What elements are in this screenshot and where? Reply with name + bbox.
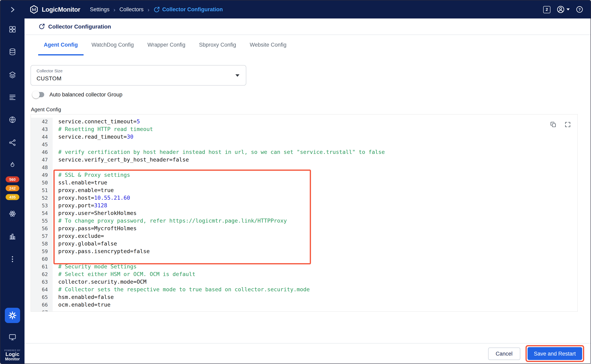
- notifications-icon[interactable]: 2: [543, 6, 550, 13]
- sidebar-expand-icon[interactable]: [8, 6, 16, 14]
- code-line[interactable]: 65hsm.enabled=false: [31, 293, 577, 301]
- code-line[interactable]: 50ssl.enable=true: [31, 179, 577, 186]
- settings-icon[interactable]: [5, 308, 20, 323]
- code-line[interactable]: 56proxy.pass=MycroftHolmes: [31, 225, 577, 232]
- code-line[interactable]: 44service.read_timeout=30: [31, 133, 577, 141]
- tab-wrapper-config[interactable]: Wrapper Config: [142, 35, 191, 55]
- reports-icon[interactable]: [8, 232, 16, 240]
- code-line[interactable]: 55# To change proxy password, refer http…: [31, 217, 577, 225]
- line-number: 53: [31, 202, 53, 209]
- tab-sbproxy-config[interactable]: Sbproxy Config: [194, 35, 242, 55]
- code-text[interactable]: proxy.host=10.55.21.60: [53, 194, 130, 202]
- tab-watchdog-config[interactable]: WatchDog Config: [86, 35, 139, 55]
- code-text[interactable]: [53, 255, 58, 263]
- modules-icon[interactable]: [8, 25, 16, 33]
- tab-website-config[interactable]: Website Config: [244, 35, 292, 55]
- resources-icon[interactable]: [8, 48, 16, 56]
- code-line[interactable]: 60: [31, 255, 577, 263]
- code-line[interactable]: 62# Select either HSM or OCM. OCM is def…: [31, 270, 577, 278]
- code-line[interactable]: 48: [31, 163, 577, 171]
- code-text[interactable]: # Select either HSM or OCM. OCM is defau…: [53, 270, 195, 278]
- breadcrumb-separator-icon: ›: [113, 6, 115, 13]
- code-text[interactable]: # verify certification by host header in…: [53, 148, 385, 156]
- code-text[interactable]: proxy.exclude=: [53, 232, 104, 240]
- code-line[interactable]: 54proxy.user=SherlokHolmes: [31, 209, 577, 217]
- code-text[interactable]: service.connect_timeout=5: [53, 118, 140, 125]
- code-text[interactable]: # Security mode Settings: [53, 263, 136, 270]
- code-line[interactable]: 43# Resetting HTTP read timeout: [31, 125, 577, 133]
- more-icon[interactable]: [8, 255, 16, 263]
- code-text[interactable]: proxy.enable=true: [53, 186, 114, 194]
- code-text[interactable]: hsm.enabled=false: [53, 293, 114, 301]
- code-line[interactable]: 58proxy.global=false: [31, 240, 577, 247]
- dashboards-icon[interactable]: [8, 71, 16, 79]
- code-line[interactable]: 47service.verify_cert_by_host_header=fal…: [31, 156, 577, 163]
- breadcrumb: Settings › Collectors › Collector Config…: [90, 6, 223, 13]
- breadcrumb-collector-configuration[interactable]: Collector Configuration: [154, 6, 223, 13]
- cancel-button[interactable]: Cancel: [488, 347, 520, 360]
- breadcrumb-settings[interactable]: Settings: [90, 6, 110, 13]
- action-footer: Cancel Save and Restart: [25, 343, 591, 364]
- code-text[interactable]: ssl.enable=true: [53, 179, 107, 186]
- code-text[interactable]: [53, 141, 58, 148]
- code-text[interactable]: # To change proxy password, refer https:…: [53, 217, 287, 225]
- agent-config-editor[interactable]: 42service.connect_timeout=543# Resetting…: [31, 114, 578, 312]
- code-text[interactable]: collector.security.mode=OCM: [53, 278, 146, 286]
- auto-balanced-toggle-label: Auto balanced collector Group: [49, 92, 122, 98]
- code-line[interactable]: 51proxy.enable=true: [31, 186, 577, 194]
- mapping-icon[interactable]: [8, 139, 16, 147]
- auto-balanced-toggle[interactable]: [33, 92, 44, 97]
- code-line[interactable]: 63collector.security.mode=OCM: [31, 278, 577, 286]
- line-number: 54: [31, 209, 53, 217]
- code-text[interactable]: [53, 163, 58, 171]
- code-line[interactable]: 52proxy.host=10.55.21.60: [31, 194, 577, 202]
- logicmonitor-logo[interactable]: LogicMonitor: [29, 5, 80, 14]
- code-line[interactable]: 49# SSL & Proxy settings: [31, 171, 577, 179]
- code-text[interactable]: service.verify_cert_by_host_header=false: [53, 156, 189, 163]
- collector-size-value: CUSTOM: [37, 75, 61, 82]
- line-number: 67: [31, 309, 53, 312]
- help-icon[interactable]: ?: [576, 6, 583, 13]
- code-line[interactable]: 46# verify certification by host header …: [31, 148, 577, 156]
- code-text[interactable]: proxy.port=3128: [53, 202, 107, 209]
- breadcrumb-collectors[interactable]: Collectors: [119, 6, 143, 13]
- remote-session-icon[interactable]: [8, 333, 16, 341]
- tab-agent-config[interactable]: Agent Config: [38, 35, 83, 55]
- code-line[interactable]: 66ocm.enabled=true: [31, 301, 577, 309]
- code-line[interactable]: 53proxy.port=3128: [31, 202, 577, 209]
- code-line[interactable]: 61# Security mode Settings: [31, 263, 577, 270]
- collector-size-select[interactable]: Collector Size CUSTOM: [31, 65, 246, 85]
- code-text[interactable]: # Collector sets the respective mode to …: [53, 286, 310, 293]
- code-text[interactable]: proxy.pass.isencrypted=false: [53, 247, 150, 255]
- aiops-icon[interactable]: [8, 210, 16, 218]
- code-line[interactable]: 57proxy.exclude=: [31, 232, 577, 240]
- logs-icon[interactable]: [8, 93, 16, 101]
- powered-by-logic: Logic: [0, 351, 25, 357]
- alert-count-badge[interactable]: 560: [6, 176, 19, 182]
- user-menu[interactable]: [556, 5, 570, 14]
- code-line[interactable]: 42service.connect_timeout=5: [31, 118, 577, 125]
- code-text[interactable]: ocm.enabled=true: [53, 301, 110, 309]
- editor-label: Agent Config: [31, 106, 61, 112]
- line-number: 60: [31, 255, 53, 263]
- alert-count-badge[interactable]: 435: [6, 194, 19, 200]
- code-line[interactable]: 64# Collector sets the respective mode t…: [31, 286, 577, 293]
- code-text[interactable]: proxy.global=false: [53, 240, 117, 247]
- code-text[interactable]: # Resetting HTTP read timeout: [53, 125, 153, 133]
- code-text[interactable]: [53, 309, 58, 312]
- logo-text: LogicMonitor: [42, 6, 80, 13]
- powered-by-logicmonitor: POWERED BY Logic Monitor: [0, 349, 25, 361]
- save-and-restart-button[interactable]: Save and Restart: [527, 347, 582, 360]
- code-text[interactable]: proxy.user=SherlokHolmes: [53, 209, 136, 217]
- expand-icon[interactable]: [565, 121, 571, 128]
- code-line[interactable]: 45: [31, 141, 577, 148]
- alerts-icon[interactable]: [8, 161, 16, 169]
- code-text[interactable]: # SSL & Proxy settings: [53, 171, 130, 179]
- alert-count-badge[interactable]: 242: [6, 185, 19, 191]
- websites-icon[interactable]: [8, 116, 16, 124]
- code-line[interactable]: 59proxy.pass.isencrypted=false: [31, 247, 577, 255]
- code-text[interactable]: service.read_timeout=30: [53, 133, 133, 141]
- copy-icon[interactable]: [550, 121, 556, 128]
- code-line[interactable]: 67: [31, 309, 577, 312]
- code-text[interactable]: proxy.pass=MycroftHolmes: [53, 225, 136, 232]
